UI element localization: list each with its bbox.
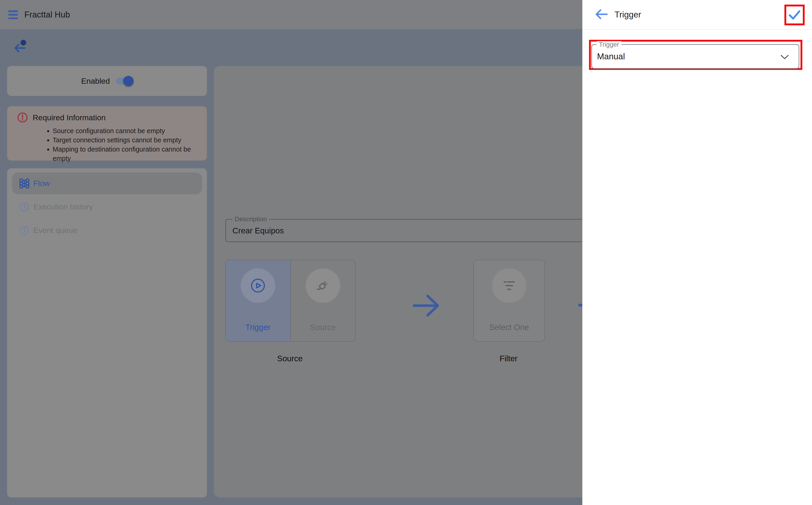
alert-icon <box>17 112 28 123</box>
annotation-box-confirm <box>784 5 805 25</box>
sidebar-item-execution-history[interactable]: Execution history <box>12 196 202 218</box>
app-header: Fracttal Hub <box>0 0 582 29</box>
enabled-label: Enabled <box>81 76 110 86</box>
notification-dot <box>20 40 26 45</box>
required-info-title: Required Information <box>33 113 106 122</box>
option-trigger[interactable]: Trigger <box>226 260 291 341</box>
filter-selector[interactable]: Select One <box>473 260 545 342</box>
source-type-selector: Trigger Source <box>225 260 356 342</box>
trigger-select[interactable]: Trigger Manual <box>591 44 799 69</box>
chevron-down-icon <box>781 55 789 60</box>
app-title: Fracttal Hub <box>24 0 70 29</box>
option-label: Trigger <box>226 323 290 332</box>
history-icon <box>19 225 30 235</box>
filter-placeholder: Select One <box>474 323 545 332</box>
description-field-value: Crear Equipos <box>232 220 284 241</box>
filter-lines-icon <box>492 269 527 303</box>
sidebar-item-label: Event queue <box>33 226 77 235</box>
required-item: Mapping to destination configuration can… <box>53 145 207 163</box>
required-info-card: Required Information Source configuratio… <box>7 106 207 161</box>
flow-icon <box>19 178 30 189</box>
option-label: Source <box>291 323 356 332</box>
sidebar-item-label: Flow <box>33 179 50 188</box>
confirm-check-icon[interactable] <box>789 10 801 20</box>
clock-icon <box>19 202 30 212</box>
enabled-card: Enabled <box>7 66 207 96</box>
trigger-drawer: Trigger Trigger Manual <box>582 0 812 505</box>
drawer-title: Trigger <box>615 0 641 29</box>
filter-caption: Filter <box>499 354 518 363</box>
menu-icon[interactable] <box>8 10 18 19</box>
flow-arrow2-partial <box>578 304 582 307</box>
play-circle-icon <box>241 269 275 303</box>
drawer-header: Trigger <box>582 0 812 30</box>
app-root: Fracttal Hub Enabled Required Informatio… <box>0 0 812 505</box>
trigger-select-value: Manual <box>597 45 625 68</box>
sidebar-nav: Flow Execution history Event queue <box>7 168 207 497</box>
sidebar-item-flow[interactable]: Flow <box>12 172 202 194</box>
sidebar-item-event-queue[interactable]: Event queue <box>12 219 202 241</box>
drawer-back-icon[interactable] <box>595 9 608 20</box>
option-source[interactable]: Source <box>291 260 356 341</box>
source-caption: Source <box>277 354 303 363</box>
required-info-list: Source configuration cannot be empty Tar… <box>7 126 207 163</box>
flow-arrow-icon <box>413 294 440 318</box>
plug-icon <box>306 269 340 303</box>
toggle-thumb <box>123 76 134 86</box>
sidebar-item-label: Execution history <box>33 202 93 211</box>
required-item: Target connection settings cannot be emp… <box>53 136 207 145</box>
required-item: Source configuration cannot be empty <box>53 126 207 136</box>
enabled-toggle[interactable] <box>116 77 133 85</box>
